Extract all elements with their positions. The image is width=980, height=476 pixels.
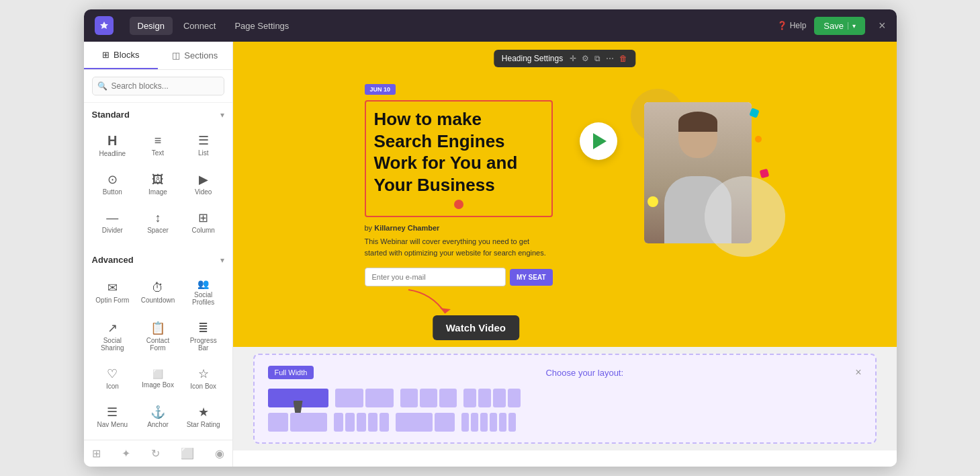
block-optin-form[interactable]: ✉ Optin Form <box>92 272 134 311</box>
nav-design[interactable]: Design <box>130 17 173 35</box>
cursor-icon <box>294 401 303 413</box>
block-social-sharing[interactable]: ↗ Social Sharing <box>92 315 134 356</box>
tab-sections[interactable]: ◫ Sections <box>158 42 232 69</box>
layout-6col[interactable] <box>461 413 516 432</box>
resize-handle[interactable] <box>454 200 463 209</box>
settings-gear-icon[interactable]: ⚙ <box>582 54 589 63</box>
block-video[interactable]: ▶ Video <box>183 166 224 200</box>
play-button[interactable] <box>580 122 617 160</box>
blocks-icon: ⊞ <box>102 50 109 60</box>
hero-right-panel <box>644 82 765 243</box>
more-icon[interactable]: ⋯ <box>606 54 614 63</box>
layout-4col[interactable] <box>463 389 521 407</box>
col-block <box>365 389 394 407</box>
advanced-title: Advanced <box>92 255 134 265</box>
block-icon-box[interactable]: ☆ Icon Box <box>183 360 224 395</box>
block-image-box[interactable]: ⬜ Image Box <box>137 360 179 395</box>
nav-page-settings[interactable]: Page Settings <box>226 17 297 35</box>
eye-footer-icon[interactable]: ◉ <box>215 447 224 460</box>
col-block <box>368 413 377 432</box>
duplicate-icon[interactable]: ⧉ <box>594 54 600 63</box>
email-input[interactable] <box>365 268 506 286</box>
list-icon: ☰ <box>198 134 209 147</box>
nav-connect[interactable]: Connect <box>175 17 224 35</box>
layout-chooser-section: Full Width Choose your layout: × <box>253 354 877 444</box>
block-headline[interactable]: H Headline <box>92 126 134 162</box>
block-spacer[interactable]: ↕ Spacer <box>137 204 179 239</box>
author-name: Killarney Chamber <box>374 224 439 232</box>
delete-icon[interactable]: 🗑 <box>619 54 627 63</box>
top-bar: Design Connect Page Settings ❓ Help Save… <box>84 9 897 42</box>
layout-row-2 <box>268 413 862 432</box>
save-dropdown-arrow[interactable]: ▾ <box>848 22 856 30</box>
block-anchor[interactable]: ⚓ Anchor <box>137 399 179 433</box>
layout-3col[interactable] <box>400 389 457 407</box>
block-contact-form[interactable]: 📋 Contact Form <box>137 315 179 356</box>
layout-1-3[interactable] <box>268 413 327 432</box>
button-icon: ⊙ <box>107 173 118 186</box>
hero-description: This Webinar will cover everything you n… <box>365 236 553 258</box>
close-button[interactable]: × <box>879 19 886 33</box>
watch-video-tooltip[interactable]: Watch Video <box>433 315 519 340</box>
block-nav-menu[interactable]: ☰ Nav Menu <box>92 399 134 433</box>
grid-footer-icon[interactable]: ⊞ <box>92 447 101 460</box>
block-divider[interactable]: — Divider <box>92 204 134 239</box>
hero-left-panel: JUN 10 How to make Search Engines Work f… <box>365 82 553 320</box>
block-progress-bar[interactable]: ≣ Progress Bar <box>183 315 224 356</box>
standard-collapse-arrow[interactable]: ▾ <box>220 110 224 120</box>
advanced-header: Advanced ▾ <box>92 255 224 265</box>
save-label: Save <box>823 21 844 31</box>
col-block <box>499 413 506 432</box>
layout-full-width[interactable] <box>268 389 328 407</box>
star-rating-icon: ★ <box>198 406 209 418</box>
social-profiles-icon: 👥 <box>197 279 209 288</box>
block-icon[interactable]: ♡ Icon <box>92 360 134 395</box>
col-block <box>420 389 437 407</box>
refresh-footer-icon[interactable]: ↻ <box>151 447 160 460</box>
heading-settings-icons: ✛ ⚙ ⧉ ⋯ 🗑 <box>570 54 627 63</box>
confetti-orange <box>755 136 762 143</box>
top-nav: Design Connect Page Settings <box>130 17 298 35</box>
block-button[interactable]: ⊙ Button <box>92 166 134 200</box>
layout-2col[interactable] <box>335 389 394 407</box>
col-block <box>334 413 343 432</box>
cta-button[interactable]: MY SEAT <box>510 269 553 286</box>
col-block <box>461 413 469 432</box>
icon-block-icon: ♡ <box>107 368 118 380</box>
progress-bar-icon: ≣ <box>198 322 208 334</box>
sidebar-content: Standard ▾ H Headline ≡ Text ☰ <box>84 103 232 440</box>
author-prefix: by <box>365 224 373 232</box>
play-area <box>580 122 617 160</box>
canvas-area: Heading Settings ✛ ⚙ ⧉ ⋯ 🗑 JUN 10 <box>233 42 897 467</box>
star-footer-icon[interactable]: ✦ <box>122 447 130 460</box>
block-image[interactable]: 🖼 Image <box>137 166 179 200</box>
layout-close-button[interactable]: × <box>855 366 861 379</box>
col-block <box>493 389 506 407</box>
block-list[interactable]: ☰ List <box>183 126 224 162</box>
full-width-badge[interactable]: Full Width <box>268 366 314 379</box>
search-input[interactable] <box>92 77 224 95</box>
help-button[interactable]: ❓ Help <box>777 21 807 30</box>
block-text[interactable]: ≡ Text <box>137 126 179 162</box>
sidebar-footer: ⊞ ✦ ↻ ⬜ ◉ <box>84 440 232 467</box>
col-block <box>480 413 488 432</box>
block-column[interactable]: ⊞ Column <box>183 204 224 239</box>
save-button[interactable]: Save ▾ <box>814 17 865 35</box>
layout-3-1[interactable] <box>396 413 455 432</box>
icon-box-icon: ☆ <box>198 368 209 380</box>
layout-5col[interactable] <box>334 413 389 432</box>
advanced-section: Advanced ▾ ✉ Optin Form ⏱ Countdown <box>84 248 232 440</box>
block-star-rating[interactable]: ★ Star Rating <box>183 399 224 433</box>
block-social-profiles[interactable]: 👥 Social Profiles <box>183 272 224 311</box>
optin-form-icon: ✉ <box>107 282 118 294</box>
block-countdown[interactable]: ⏱ Countdown <box>137 272 179 311</box>
standard-blocks-grid: H Headline ≡ Text ☰ List ⊙ <box>92 126 224 239</box>
play-triangle-icon <box>593 133 607 149</box>
deco-circle-right <box>705 176 785 257</box>
confetti-yellow <box>648 196 658 207</box>
tablet-footer-icon[interactable]: ⬜ <box>181 447 194 460</box>
tab-blocks[interactable]: ⊞ Blocks <box>84 42 159 69</box>
advanced-collapse-arrow[interactable]: ▾ <box>220 255 224 265</box>
choose-layout-text: Choose your layout: <box>545 368 623 378</box>
move-icon[interactable]: ✛ <box>570 54 576 63</box>
